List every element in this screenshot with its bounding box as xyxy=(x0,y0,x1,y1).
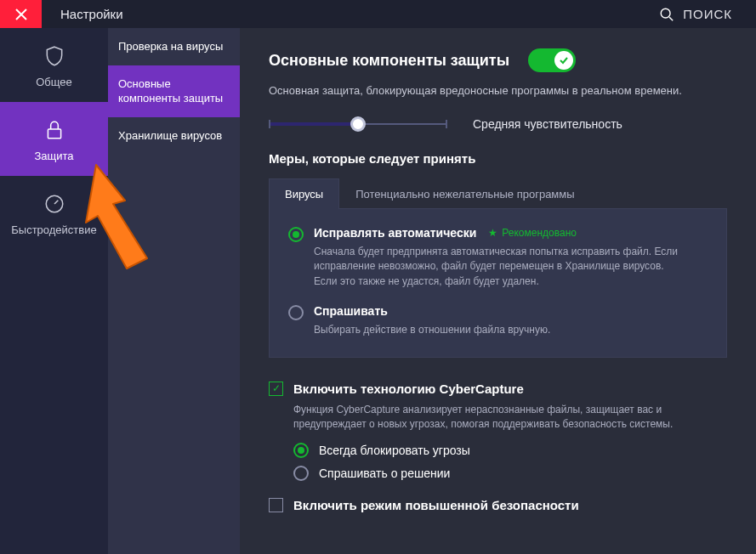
radio-label: Исправлять автоматически xyxy=(314,226,476,240)
sensitivity-slider[interactable] xyxy=(269,117,447,131)
main-panel: Основные компоненты защиты Основная защи… xyxy=(240,28,756,554)
radio-label: Всегда блокировать угрозы xyxy=(319,444,470,457)
radio-fix-auto[interactable]: Исправлять автоматически ★ Рекомендовано… xyxy=(288,226,708,289)
radio-label: Спрашивать xyxy=(314,304,388,318)
recommended-badge: ★ Рекомендовано xyxy=(488,227,577,239)
tab-panel-viruses: Исправлять автоматически ★ Рекомендовано… xyxy=(269,209,727,358)
cybercapture-block: Включить технологию CyberCapture Функция… xyxy=(269,382,727,482)
search-label: ПОИСК xyxy=(683,7,732,21)
check-icon xyxy=(559,55,569,65)
cyber-radio-block[interactable]: Всегда блокировать угрозы xyxy=(293,442,727,458)
hardened-mode-checkbox[interactable] xyxy=(269,498,283,512)
submenu: Проверка на вирусы Основные компоненты з… xyxy=(108,28,240,554)
tab-viruses[interactable]: Вирусы xyxy=(269,178,339,209)
radio-description: Выбирать действие в отношении файла вруч… xyxy=(314,323,550,337)
sidebar-item-label: Защита xyxy=(3,150,105,162)
radio-input[interactable] xyxy=(293,443,309,458)
sidebar-item-general[interactable]: Общее xyxy=(0,28,108,102)
star-icon: ★ xyxy=(488,227,497,239)
radio-input[interactable] xyxy=(288,227,304,242)
lock-icon xyxy=(43,119,65,141)
cybercapture-label: Включить технологию CyberCapture xyxy=(293,382,524,396)
submenu-item-virus-scans[interactable]: Проверка на вирусы xyxy=(108,28,240,65)
hardened-mode-label: Включить режим повышенной безопасности xyxy=(293,498,579,512)
window-title: Настройки xyxy=(60,7,123,21)
submenu-item-core-shields[interactable]: Основные компоненты защиты xyxy=(108,65,240,117)
cybercapture-checkbox[interactable] xyxy=(269,382,283,396)
toggle-knob xyxy=(554,51,573,70)
shield-icon xyxy=(43,45,65,67)
radio-ask[interactable]: Спрашивать Выбирать действие в отношении… xyxy=(288,304,708,337)
page-title: Основные компоненты защиты xyxy=(269,52,509,70)
submenu-item-virus-chest[interactable]: Хранилище вирусов xyxy=(108,117,240,155)
radio-label: Спрашивать о решении xyxy=(319,466,450,480)
sensitivity-label: Средняя чувствительность xyxy=(473,117,622,131)
close-button[interactable] xyxy=(0,0,42,28)
sidebar-item-performance[interactable]: Быстродействие xyxy=(0,176,108,250)
close-icon xyxy=(15,8,27,20)
section-header: Основные компоненты защиты xyxy=(269,48,727,72)
radio-description: Сначала будет предпринята автоматическая… xyxy=(314,245,679,289)
svg-rect-2 xyxy=(48,129,60,138)
cyber-radio-ask[interactable]: Спрашивать о решении xyxy=(293,465,727,481)
search-button[interactable]: ПОИСК xyxy=(659,7,732,22)
measures-heading: Меры, которые следует принять xyxy=(269,151,727,166)
svg-point-0 xyxy=(661,8,670,18)
sidebar-item-label: Быстродействие xyxy=(3,223,105,236)
tab-pup[interactable]: Потенциально нежелательные программы xyxy=(339,178,590,209)
radio-input[interactable] xyxy=(288,305,304,320)
search-icon xyxy=(659,7,674,22)
sensitivity-row: Средняя чувствительность xyxy=(269,117,727,131)
radio-input[interactable] xyxy=(293,466,309,481)
sidebar-item-label: Общее xyxy=(3,76,105,88)
core-shields-toggle[interactable] xyxy=(528,48,576,72)
section-description: Основная защита, блокирующая вредоносные… xyxy=(269,84,727,97)
hardened-mode-block: Включить режим повышенной безопасности xyxy=(269,498,727,512)
top-bar: Настройки ПОИСК xyxy=(0,0,756,28)
action-tabs: Вирусы Потенциально нежелательные програ… xyxy=(269,178,727,209)
sidebar: Общее Защита Быстродействие xyxy=(0,28,108,554)
svg-line-1 xyxy=(669,17,673,20)
gauge-icon xyxy=(43,193,65,215)
slider-thumb[interactable] xyxy=(350,116,366,132)
cybercapture-description: Функция CyberCapture анализирует нераспо… xyxy=(293,403,702,432)
sidebar-item-protection[interactable]: Защита xyxy=(0,102,108,176)
